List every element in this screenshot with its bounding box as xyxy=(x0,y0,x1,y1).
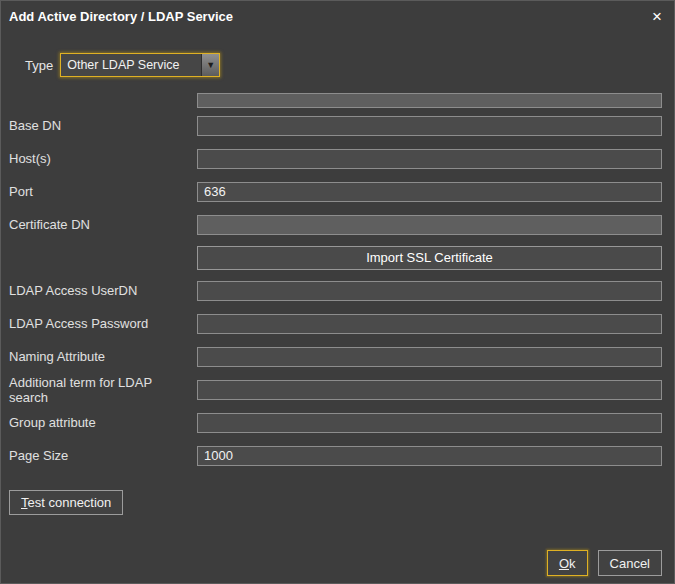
add-ldap-service-dialog: Add Active Directory / LDAP Service × Ty… xyxy=(0,0,675,584)
ok-button[interactable]: Ok xyxy=(547,550,588,576)
type-row: Type Other LDAP Service ▼ xyxy=(25,53,674,77)
import-ssl-certificate-button[interactable]: Import SSL Certificate xyxy=(197,246,662,270)
field-row-ldap-access-password: LDAP Access Password xyxy=(1,307,674,340)
ldap-access-password-label: LDAP Access Password xyxy=(9,316,197,331)
additional-term-label: Additional term for LDAP search xyxy=(9,375,197,405)
field-row-naming-attribute: Naming Attribute xyxy=(1,340,674,373)
ok-accel: O xyxy=(559,556,569,571)
certificate-dn-input[interactable] xyxy=(197,215,662,235)
ok-rest: k xyxy=(569,556,576,571)
page-size-input[interactable] xyxy=(197,446,662,466)
test-connection-rest: est connection xyxy=(28,495,112,510)
page-size-label: Page Size xyxy=(9,448,197,463)
type-label: Type xyxy=(25,58,53,73)
field-row-additional-term: Additional term for LDAP search xyxy=(1,373,674,406)
certificate-dn-label: Certificate DN xyxy=(9,217,197,232)
group-attribute-label: Group attribute xyxy=(9,415,197,430)
chevron-down-icon[interactable]: ▼ xyxy=(201,54,219,76)
dialog-footer: Ok Cancel xyxy=(547,550,662,576)
unlabeled-field-row xyxy=(1,92,674,109)
ldap-form: Base DN Host(s) Port Certificate DN Impo… xyxy=(1,92,674,472)
type-dropdown[interactable]: Other LDAP Service ▼ xyxy=(60,53,220,77)
additional-term-input[interactable] xyxy=(197,380,662,400)
cancel-button[interactable]: Cancel xyxy=(598,550,662,576)
ldap-access-userdn-label: LDAP Access UserDN xyxy=(9,283,197,298)
field-row-certificate-dn: Certificate DN xyxy=(1,208,674,241)
hosts-input[interactable] xyxy=(197,149,662,169)
naming-attribute-label: Naming Attribute xyxy=(9,349,197,364)
ldap-access-userdn-input[interactable] xyxy=(197,281,662,301)
naming-attribute-input[interactable] xyxy=(197,347,662,367)
base-dn-label: Base DN xyxy=(9,118,197,133)
base-dn-input[interactable] xyxy=(197,116,662,136)
hosts-label: Host(s) xyxy=(9,151,197,166)
ldap-access-password-input[interactable] xyxy=(197,314,662,334)
field-row-ldap-access-userdn: LDAP Access UserDN xyxy=(1,274,674,307)
dialog-title: Add Active Directory / LDAP Service xyxy=(9,9,233,24)
unlabeled-input[interactable] xyxy=(197,93,662,108)
dialog-titlebar: Add Active Directory / LDAP Service × xyxy=(1,1,674,31)
field-row-port: Port xyxy=(1,175,674,208)
field-row-base-dn: Base DN xyxy=(1,109,674,142)
port-label: Port xyxy=(9,184,197,199)
group-attribute-input[interactable] xyxy=(197,413,662,433)
field-row-hosts: Host(s) xyxy=(1,142,674,175)
field-row-group-attribute: Group attribute xyxy=(1,406,674,439)
test-connection-row: Test connection xyxy=(9,490,674,515)
port-input[interactable] xyxy=(197,182,662,202)
test-connection-button[interactable]: Test connection xyxy=(9,490,123,515)
import-ssl-row: Import SSL Certificate xyxy=(1,241,674,274)
field-row-page-size: Page Size xyxy=(1,439,674,472)
close-icon[interactable]: × xyxy=(652,8,662,25)
type-dropdown-value: Other LDAP Service xyxy=(61,54,201,76)
